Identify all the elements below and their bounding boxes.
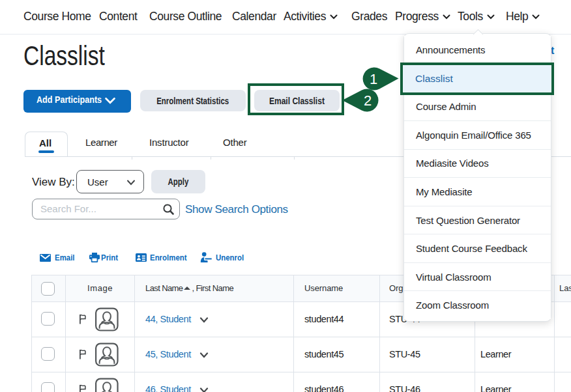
svg-text:1: 1 bbox=[370, 71, 377, 87]
svg-text:2: 2 bbox=[364, 92, 372, 109]
